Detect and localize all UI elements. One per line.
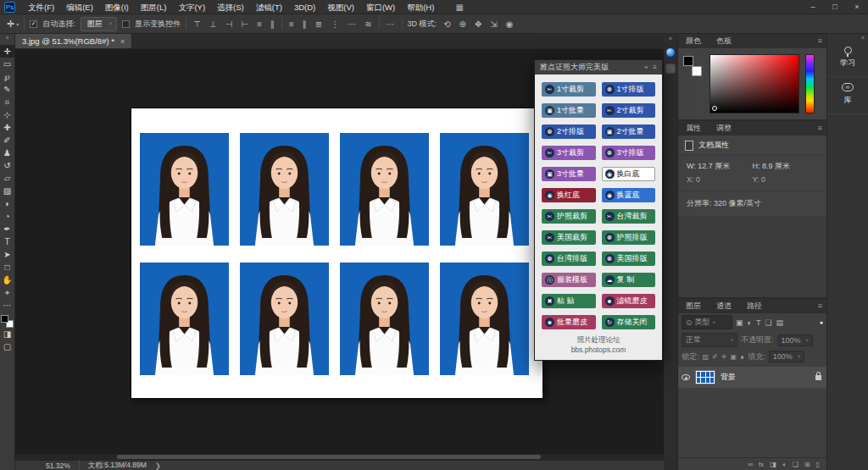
layers-footer-icon[interactable]: ❏ bbox=[793, 461, 798, 468]
panel-tab[interactable]: 色板 bbox=[709, 34, 739, 48]
tool-button[interactable]: ✐ bbox=[0, 134, 15, 147]
layers-footer-icon[interactable]: ▯ bbox=[816, 461, 820, 468]
layers-footer-icon[interactable]: ∞ bbox=[748, 461, 753, 468]
distribute-icon[interactable]: ⋮ bbox=[329, 19, 341, 29]
panel-tab[interactable]: 颜色 bbox=[678, 34, 709, 48]
fill-field[interactable]: 100%˅ bbox=[769, 351, 805, 362]
plugin-action-button[interactable]: ◉ 换白底 bbox=[602, 167, 656, 181]
color-cursor[interactable] bbox=[712, 106, 717, 111]
plugin-action-button[interactable]: ☻ 批量磨皮 bbox=[542, 315, 596, 329]
menu-item[interactable]: 帮助(H) bbox=[401, 0, 440, 14]
align-icon[interactable]: ⊢ bbox=[239, 19, 250, 29]
tool-button[interactable]: ⌗ bbox=[0, 96, 15, 108]
panel-tab[interactable]: 路径 bbox=[739, 299, 770, 313]
plugin-action-button[interactable]: ✂ 台湾裁剪 bbox=[602, 209, 656, 224]
layers-footer-icon[interactable]: ◨ bbox=[770, 461, 776, 468]
horizontal-scrollbar[interactable] bbox=[15, 454, 664, 460]
layer-filter-dropdown[interactable]: ⊙ 类型 ˅ bbox=[682, 315, 732, 329]
tool-button[interactable]: ▭ bbox=[0, 58, 15, 70]
menu-item[interactable]: 视图(V) bbox=[321, 0, 360, 14]
plugin-action-button[interactable]: ↻ 存储关闭 bbox=[602, 315, 656, 329]
menu-item[interactable]: 编辑(E) bbox=[60, 0, 99, 14]
plugin-footer-url[interactable]: bbs.photops.com bbox=[535, 345, 662, 356]
foreground-color-swatch[interactable] bbox=[1, 315, 8, 323]
layers-footer-icon[interactable]: ◐ bbox=[782, 461, 787, 468]
collapsed-panel-icon[interactable] bbox=[665, 64, 676, 74]
panel-menu-icon[interactable]: ≡ bbox=[818, 299, 826, 313]
layer-filter-icon[interactable]: T bbox=[756, 318, 761, 327]
scrollbar-thumb[interactable] bbox=[117, 455, 541, 459]
layer-visibility-eye-icon[interactable] bbox=[682, 374, 690, 380]
menu-item[interactable]: 图层(L) bbox=[135, 0, 173, 14]
zoom-level[interactable]: 51.32% bbox=[46, 462, 70, 470]
auto-select-checkbox[interactable]: ✓ bbox=[30, 20, 37, 28]
plugin-action-button[interactable]: Ⓥ 服装模板 bbox=[542, 273, 596, 287]
show-transform-checkbox[interactable] bbox=[122, 20, 130, 28]
canvas[interactable] bbox=[131, 108, 542, 398]
plugin-action-button[interactable]: ✂ 护照裁剪 bbox=[542, 209, 596, 224]
3d-mode-icon[interactable]: ⟲ bbox=[442, 19, 452, 29]
menu-item[interactable]: 选择(S) bbox=[211, 0, 250, 14]
foreground-color-chip[interactable] bbox=[683, 56, 693, 66]
distribute-icon[interactable]: ≋ bbox=[363, 19, 373, 29]
document-tab[interactable]: 3.jpg @ 51.3%(RGB/8#) * × bbox=[15, 34, 132, 48]
align-icon[interactable]: ⊥ bbox=[208, 19, 219, 29]
tool-button[interactable]: ▱ bbox=[0, 172, 15, 185]
align-icon[interactable]: ∥ bbox=[269, 19, 276, 29]
tool-button[interactable]: T bbox=[0, 235, 15, 248]
plugin-action-button[interactable]: ☁ 复 制 bbox=[602, 273, 656, 287]
tool-button[interactable]: ✛ bbox=[0, 45, 15, 58]
plugin-panel-titlebar[interactable]: 雅点证照大师完美版 » ≡ bbox=[535, 60, 662, 75]
align-icon[interactable]: ⊣ bbox=[224, 19, 235, 29]
3d-mode-icon[interactable]: ⊕ bbox=[458, 19, 468, 29]
tool-button[interactable]: ✒ bbox=[0, 223, 15, 235]
collapsed-plugin-panel-icon[interactable] bbox=[665, 47, 676, 58]
plugin-action-button[interactable]: ✖ 粘 贴 bbox=[542, 294, 596, 308]
toolbar-collapse-icon[interactable]: » bbox=[6, 35, 9, 45]
panel-tab[interactable]: 通道 bbox=[709, 299, 739, 313]
plugin-action-button[interactable]: ❁ 1寸排版 bbox=[602, 82, 656, 97]
layer-filter-icon[interactable]: ▣ bbox=[736, 318, 743, 327]
window-control-button[interactable]: □ bbox=[824, 0, 846, 14]
plugin-action-button[interactable]: ❁ 2寸排版 bbox=[542, 124, 596, 139]
tool-button[interactable]: ◔ bbox=[0, 210, 15, 223]
menu-item[interactable]: 图像(I) bbox=[99, 0, 135, 14]
align-icon[interactable]: ≡ bbox=[255, 19, 264, 29]
screen-mode-button[interactable]: ▢ bbox=[0, 340, 15, 353]
distribute-icon[interactable]: ∥ bbox=[301, 19, 309, 29]
tool-button[interactable]: ℘ bbox=[0, 70, 15, 83]
tool-button[interactable]: □ bbox=[0, 261, 15, 274]
panel-tab[interactable]: 图层 bbox=[678, 299, 709, 313]
tool-button[interactable]: ➤ bbox=[0, 248, 15, 261]
panel-menu-icon[interactable]: ≡ bbox=[818, 34, 826, 48]
distribute-spacing-icon[interactable]: ⋯ bbox=[385, 19, 397, 29]
lock-option-icon[interactable]: ∎ bbox=[740, 353, 744, 361]
tool-button[interactable]: ✎ bbox=[0, 83, 15, 96]
layer-thumbnail[interactable] bbox=[695, 370, 715, 384]
tool-button[interactable]: ⊹ bbox=[0, 108, 15, 121]
plugin-action-button[interactable]: ❁ 护照排版 bbox=[602, 230, 656, 245]
current-tool-icon[interactable]: ✛▾ bbox=[7, 19, 19, 30]
foreground-background-swatches[interactable] bbox=[1, 315, 14, 328]
align-icon[interactable]: ⊤ bbox=[192, 19, 203, 29]
blend-mode-dropdown[interactable]: 正常˅ bbox=[682, 333, 737, 347]
opacity-field[interactable]: 100%˅ bbox=[777, 335, 814, 346]
distribute-icon[interactable]: ⋯ bbox=[346, 19, 358, 29]
tool-button[interactable]: ✚ bbox=[0, 121, 15, 134]
tool-button[interactable]: ↺ bbox=[0, 159, 15, 172]
plugin-action-button[interactable]: ▣ 3寸批量 bbox=[542, 167, 596, 181]
panel-tab[interactable]: 调整 bbox=[709, 121, 739, 135]
plugin-action-button[interactable]: ✂ 3寸裁剪 bbox=[542, 146, 596, 160]
layer-filter-icon[interactable]: ❏ bbox=[765, 318, 771, 327]
layer-lock-icon[interactable] bbox=[815, 375, 821, 380]
quick-mask-button[interactable]: ◨ bbox=[0, 328, 15, 340]
menu-item[interactable]: 窗口(W) bbox=[360, 0, 401, 14]
menu-item[interactable]: 3D(D) bbox=[288, 0, 321, 14]
rail-collapse-icon[interactable]: » bbox=[861, 35, 868, 41]
saturation-brightness-field[interactable] bbox=[709, 54, 799, 113]
status-options-chevron[interactable]: ❯ bbox=[155, 462, 161, 470]
close-tab-icon[interactable]: × bbox=[120, 37, 125, 46]
libraries-panel-button[interactable]: ∞ 库 bbox=[827, 77, 868, 114]
lock-option-icon[interactable]: ✛ bbox=[721, 353, 727, 361]
color-swatches-widget[interactable] bbox=[683, 54, 704, 76]
